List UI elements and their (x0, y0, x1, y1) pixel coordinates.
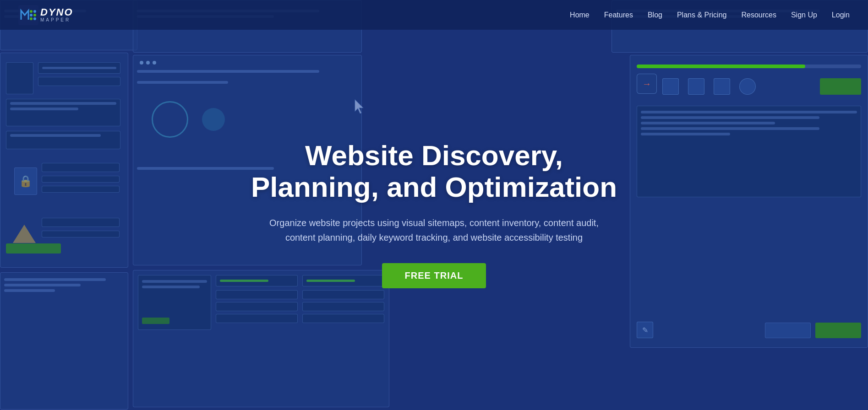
svg-point-5 (30, 17, 33, 20)
svg-point-2 (33, 10, 36, 13)
logo-mapper-text: MAPPER (40, 18, 73, 22)
nav-links: Home Features Blog Plans & Pricing Resou… (570, 11, 850, 19)
nav-blog[interactable]: Blog (648, 11, 662, 19)
svg-point-1 (30, 10, 33, 13)
hero-section: 🔒 (0, 0, 868, 410)
nav-resources[interactable]: Resources (741, 11, 776, 19)
hero-subtitle: Organize website projects using visual s… (260, 216, 608, 245)
nav-signup[interactable]: Sign Up (791, 11, 817, 19)
svg-point-3 (30, 14, 33, 16)
nav-plans[interactable]: Plans & Pricing (677, 11, 727, 19)
logo-area: DYNO MAPPER (18, 5, 73, 25)
hero-content: Website Discovery, Planning, and Optimiz… (0, 0, 868, 410)
free-trial-button[interactable]: FREE TRIAL (382, 263, 486, 288)
logo-icon (18, 5, 38, 25)
svg-point-6 (33, 17, 36, 20)
hero-title: Website Discovery, Planning, and Optimiz… (246, 140, 622, 202)
logo-dyno-text: DYNO (40, 7, 73, 17)
nav-home[interactable]: Home (570, 11, 590, 19)
nav-bar: DYNO MAPPER Home Features Blog Plans & P… (0, 0, 868, 30)
logo-text: DYNO MAPPER (40, 7, 73, 22)
nav-features[interactable]: Features (604, 11, 633, 19)
nav-login[interactable]: Login (832, 11, 850, 19)
svg-point-4 (33, 14, 36, 16)
